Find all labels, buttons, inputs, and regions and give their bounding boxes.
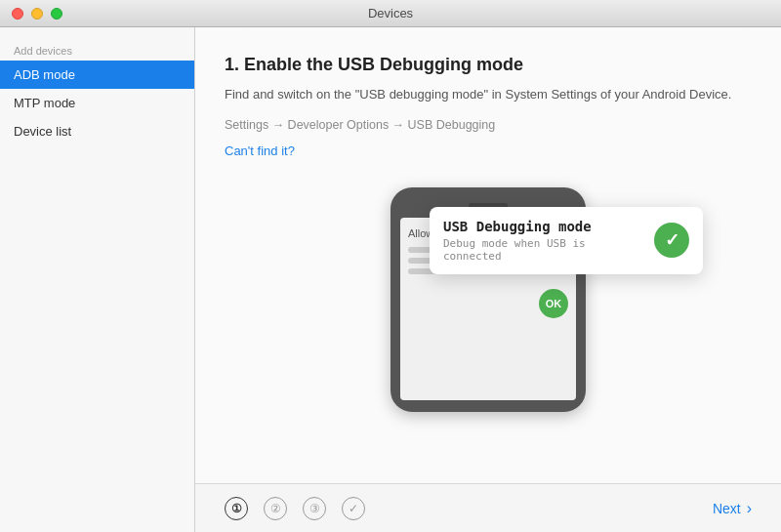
sidebar: Add devices ADB mode MTP mode Device lis… <box>0 27 195 532</box>
step-description: Find and switch on the "USB debugging mo… <box>225 85 752 104</box>
step-indicator-check: ✓ <box>342 497 365 520</box>
step-indicator-3: ③ <box>303 497 326 520</box>
next-button[interactable]: Next › <box>713 500 752 517</box>
next-label: Next <box>713 501 741 516</box>
debug-card-subtitle: Debug mode when USB is connected <box>443 237 640 263</box>
step-indicator-2: ② <box>264 497 287 520</box>
content-footer: ① ② ③ ✓ Next › <box>195 483 781 532</box>
minimize-button[interactable] <box>31 8 43 20</box>
phone-illustration: Allow OK USB Debugging mode Debug mode w… <box>225 187 752 412</box>
sidebar-item-device-list[interactable]: Device list <box>0 117 194 145</box>
main-layout: Add devices ADB mode MTP mode Device lis… <box>0 27 781 532</box>
next-arrow-icon: › <box>747 500 752 517</box>
content-area: 1. Enable the USB Debugging mode Find an… <box>195 27 781 532</box>
step-path: Settings → Developer Options → USB Debug… <box>225 118 752 132</box>
close-button[interactable] <box>12 8 23 20</box>
sidebar-item-mtp-mode[interactable]: MTP mode <box>0 89 194 117</box>
cant-find-link[interactable]: Can't find it? <box>225 143 295 158</box>
sidebar-section-title: Add devices <box>0 37 194 61</box>
ok-button: OK <box>539 289 568 318</box>
titlebar: Devices <box>0 0 781 27</box>
debug-mode-card: USB Debugging mode Debug mode when USB i… <box>430 207 703 274</box>
sidebar-item-adb-mode[interactable]: ADB mode <box>0 61 194 89</box>
debug-card-title: USB Debugging mode <box>443 219 640 234</box>
window-title: Devices <box>368 6 413 20</box>
step-indicators: ① ② ③ ✓ <box>225 497 365 520</box>
step-indicator-1: ① <box>225 497 248 520</box>
checkmark-icon: ✓ <box>665 229 679 251</box>
maximize-button[interactable] <box>51 8 62 20</box>
window-controls <box>12 8 62 20</box>
step-title: 1. Enable the USB Debugging mode <box>225 55 752 75</box>
debug-checkbox: ✓ <box>654 223 689 258</box>
content-body: 1. Enable the USB Debugging mode Find an… <box>195 27 781 483</box>
debug-card-text: USB Debugging mode Debug mode when USB i… <box>443 219 640 263</box>
